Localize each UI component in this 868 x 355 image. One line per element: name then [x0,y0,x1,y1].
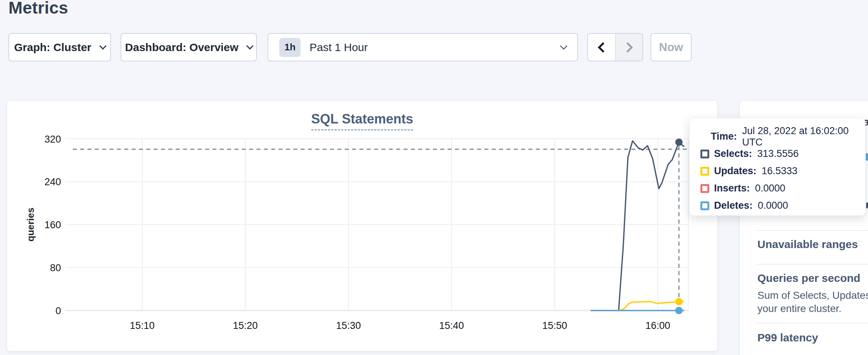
sidebar-description-line: Sum of Selects, Updates, Inser [757,290,868,301]
chevron-left-icon [598,42,608,52]
series-swatch-icon [700,150,709,158]
tooltip-series-label: Updates: [714,165,757,177]
tooltip-series-value: 16.5333 [762,165,798,177]
chart-title[interactable]: SQL Statements [311,111,413,130]
series-swatch-icon [700,184,709,193]
chevron-right-icon [623,42,633,52]
sidebar-heading-p99-latency: P99 latency [757,331,818,344]
clipped-content-fragment [866,202,868,208]
chevron-down-icon [99,42,107,50]
chevron-down-icon [246,42,254,50]
divider [757,230,868,231]
tooltip-series-value: 313.5556 [757,148,799,159]
tooltip-series-rows: Selects:313.5556Updates:16.5333Inserts:0… [700,145,865,214]
time-window-forward-button[interactable] [615,34,642,61]
tooltip-series-row: Updates:16.5333 [700,162,865,180]
time-window-arrows [587,33,643,61]
graph-scope-dropdown[interactable]: Graph: Cluster [8,33,111,61]
sidebar-heading-unavailable-ranges: Unavailable ranges [757,238,858,251]
now-button[interactable]: Now [650,33,692,61]
tooltip-series-row: Deletes:0.0000 [700,197,865,214]
time-range-label: Past 1 Hour [309,41,561,54]
time-range-badge: 1h [279,38,301,57]
divider [757,264,868,265]
tooltip-time-label: Time: [711,131,737,142]
tooltip-time-row: Time: Jul 28, 2022 at 16:02:00 UTC [700,128,865,145]
time-range-selector[interactable]: 1h Past 1 Hour [268,33,578,61]
sql-statements-chart-card: SQL Statements [7,100,718,351]
metrics-toolbar: Graph: Cluster Dashboard: Overview 1h Pa… [0,33,868,61]
time-window-back-button[interactable] [588,34,615,61]
sidebar-description-line: your entire cluster. [757,303,868,315]
page-title: Metrics [8,0,68,18]
clipped-content-fragment [866,153,868,161]
dashboard-dropdown-label: Dashboard: Overview [125,41,238,54]
chart-title-row: SQL Statements [7,111,717,130]
series-swatch-icon [700,167,709,176]
tooltip-series-label: Inserts: [714,183,750,194]
tooltip-series-value: 0.0000 [758,200,788,211]
tooltip-series-row: Inserts:0.0000 [700,180,865,197]
tooltip-series-value: 0.0000 [755,183,786,194]
divider [757,323,868,323]
chart-hover-tooltip: Time: Jul 28, 2022 at 16:02:00 UTC Selec… [689,118,865,216]
tooltip-series-label: Deletes: [714,200,753,211]
graph-scope-dropdown-label: Graph: Cluster [14,41,91,54]
tooltip-series-label: Selects: [714,148,752,159]
dashboard-dropdown[interactable]: Dashboard: Overview [121,33,257,61]
tooltip-time-value: Jul 28, 2022 at 16:02:00 UTC [742,125,865,148]
chevron-down-icon [560,42,567,50]
sidebar-heading-queries-per-second: Queries per second [757,272,860,284]
series-swatch-icon [700,201,709,210]
